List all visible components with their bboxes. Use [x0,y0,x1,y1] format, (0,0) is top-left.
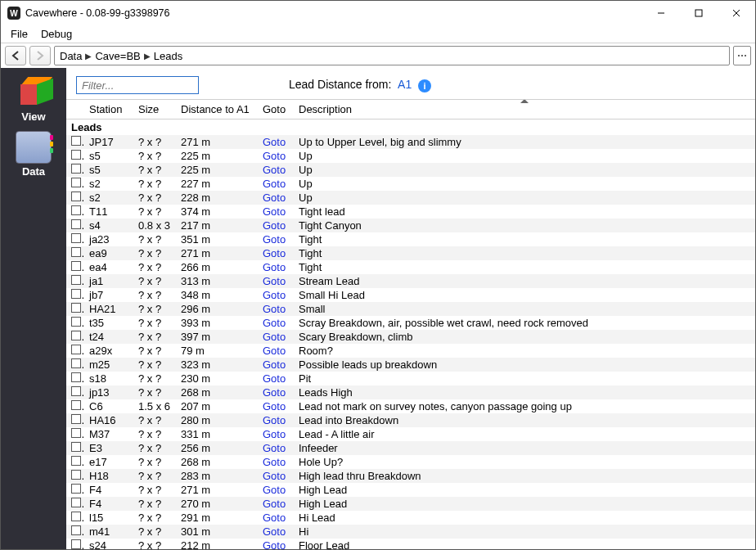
row-checkbox[interactable] [66,163,84,177]
cell-goto[interactable]: Goto [258,413,294,427]
col-distance[interactable]: Distance to A1 [176,100,258,119]
row-checkbox[interactable] [66,135,84,149]
cell-goto[interactable]: Goto [258,177,294,191]
cell-goto[interactable]: Goto [258,232,294,246]
table-row[interactable]: s2? x ?227 mGotoUp [66,177,755,191]
row-checkbox[interactable] [66,539,84,549]
cell-goto[interactable]: Goto [258,483,294,497]
row-checkbox[interactable] [66,205,84,219]
minimize-button[interactable] [642,1,680,25]
table-row[interactable]: jb7? x ?348 mGotoSmall Hi Lead [66,288,755,302]
menu-debug[interactable]: Debug [34,26,79,42]
overflow-button[interactable]: ⋯ [733,46,751,65]
cell-goto[interactable]: Goto [258,525,294,539]
cell-goto[interactable]: Goto [258,441,294,455]
row-checkbox[interactable] [66,427,84,441]
breadcrumb-seg-leads[interactable]: Leads [154,50,182,62]
table-row[interactable]: JP17? x ?271 mGotoUp to Upper Level, big… [66,135,755,149]
cell-goto[interactable]: Goto [258,302,294,316]
cell-goto[interactable]: Goto [258,316,294,330]
row-checkbox[interactable] [66,399,84,413]
table-row[interactable]: s18? x ?230 mGotoPit [66,372,755,385]
row-checkbox[interactable] [66,358,84,372]
table-row[interactable]: t24? x ?397 mGotoScary Breakdown, climb [66,330,755,344]
nav-back-button[interactable] [5,46,26,65]
table-row[interactable]: ja23? x ?351 mGotoTight [66,232,755,246]
cell-goto[interactable]: Goto [258,399,294,413]
breadcrumb[interactable]: Data▶ Cave=BB▶ Leads [54,46,730,65]
row-checkbox[interactable] [66,525,84,539]
row-checkbox[interactable] [66,274,84,288]
table-row[interactable]: a29x? x ?79 mGotoRoom? [66,344,755,358]
row-checkbox[interactable] [66,246,84,260]
cell-goto[interactable]: Goto [258,497,294,511]
row-checkbox[interactable] [66,191,84,205]
row-checkbox[interactable] [66,469,84,483]
filter-input[interactable] [76,76,199,94]
info-icon[interactable]: i [418,79,431,92]
table-row[interactable]: HA21? x ?296 mGotoSmall [66,302,755,316]
cell-goto[interactable]: Goto [258,427,294,441]
cell-goto[interactable]: Goto [258,274,294,288]
cell-goto[interactable]: Goto [258,511,294,525]
cell-goto[interactable]: Goto [258,288,294,302]
table-row[interactable]: ja1? x ?313 mGotoStream Lead [66,274,755,288]
cell-goto[interactable]: Goto [258,163,294,177]
cell-goto[interactable]: Goto [258,205,294,219]
col-description[interactable]: Description [294,100,755,119]
table-row[interactable]: m41? x ?301 mGotoHi [66,525,755,539]
cell-goto[interactable]: Goto [258,469,294,483]
cell-goto[interactable]: Goto [258,219,294,232]
row-checkbox[interactable] [66,511,84,525]
cell-goto[interactable]: Goto [258,149,294,163]
close-button[interactable] [718,1,755,25]
table-scroll[interactable]: Station Size Distance to A1 Goto Descrip… [66,100,755,549]
row-checkbox[interactable] [66,441,84,455]
cell-goto[interactable]: Goto [258,455,294,469]
nav-forward-button[interactable] [29,46,51,65]
cell-goto[interactable]: Goto [258,246,294,260]
table-row[interactable]: T11? x ?374 mGotoTight lead [66,205,755,219]
row-checkbox[interactable] [66,385,84,399]
table-row[interactable]: s40.8 x 3217 mGotoTight Canyon [66,219,755,232]
table-row[interactable]: t35? x ?393 mGotoScray Breakdown, air, p… [66,316,755,330]
row-checkbox[interactable] [66,219,84,232]
row-checkbox[interactable] [66,330,84,344]
table-row[interactable]: H18? x ?283 mGotoHigh lead thru Breakdow… [66,469,755,483]
cell-goto[interactable]: Goto [258,385,294,399]
table-row[interactable]: HA16? x ?280 mGotoLead into Breakdown [66,413,755,427]
lead-distance-value[interactable]: A1 [398,78,412,91]
table-row[interactable]: m25? x ?323 mGotoPossible leads up break… [66,358,755,372]
sidebar-view-button[interactable]: View [5,71,62,128]
table-row[interactable]: jp13? x ?268 mGotoLeads High [66,385,755,399]
cell-goto[interactable]: Goto [258,358,294,372]
cell-goto[interactable]: Goto [258,372,294,385]
row-checkbox[interactable] [66,497,84,511]
row-checkbox[interactable] [66,232,84,246]
row-checkbox[interactable] [66,302,84,316]
maximize-button[interactable] [680,1,718,25]
row-checkbox[interactable] [66,455,84,469]
menu-file[interactable]: File [4,26,34,42]
table-row[interactable]: s2? x ?228 mGotoUp [66,191,755,205]
row-checkbox[interactable] [66,372,84,385]
row-checkbox[interactable] [66,344,84,358]
breadcrumb-seg-data[interactable]: Data▶ [60,50,92,62]
col-checkbox[interactable] [66,100,84,119]
row-checkbox[interactable] [66,316,84,330]
row-checkbox[interactable] [66,149,84,163]
row-checkbox[interactable] [66,413,84,427]
col-station[interactable]: Station [84,100,133,119]
cell-goto[interactable]: Goto [258,135,294,149]
table-row[interactable]: F4? x ?271 mGotoHigh Lead [66,483,755,497]
table-row[interactable]: l15? x ?291 mGotoHi Lead [66,511,755,525]
sidebar-data-button[interactable]: Data [5,128,62,183]
table-row[interactable]: C61.5 x 6207 mGotoLead not mark on surve… [66,399,755,413]
col-goto[interactable]: Goto [258,100,294,119]
table-row[interactable]: F4? x ?270 mGotoHigh Lead [66,497,755,511]
table-row[interactable]: ea9? x ?271 mGotoTight [66,246,755,260]
cell-goto[interactable]: Goto [258,260,294,274]
col-size[interactable]: Size [133,100,176,119]
cell-goto[interactable]: Goto [258,344,294,358]
row-checkbox[interactable] [66,483,84,497]
